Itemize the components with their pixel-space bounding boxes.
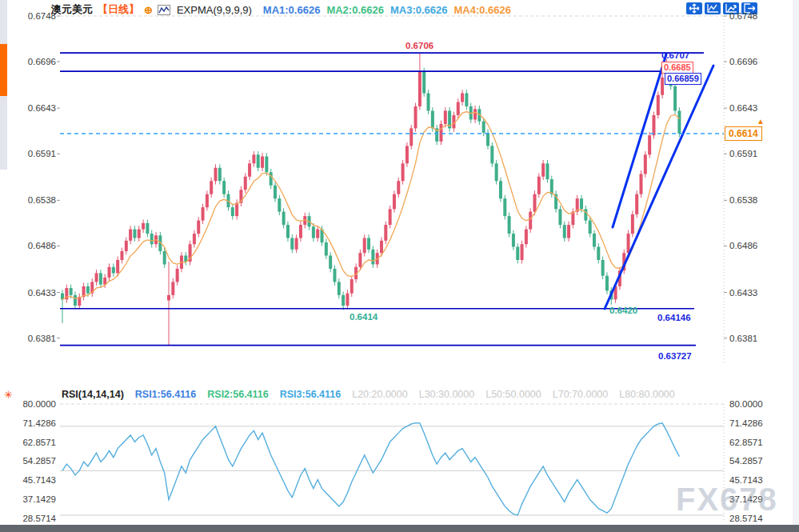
price-annotation: 0.66859 [665,73,701,85]
rsi-tick-label: 62.8571 [729,438,763,448]
price-tick-label: 0.6433 [729,288,757,298]
price-tick-label: 0.6433 [14,288,56,298]
rsi-level-label: L80:80.0000 [619,389,675,400]
rsi-tick-label: 54.2857 [729,456,763,466]
price-tick-label: 0.6696 [729,57,757,67]
price-tick-label: 0.6748 [729,11,757,22]
sun-indicator-icon[interactable]: ✳ [4,389,13,401]
label-overlay: 0.67480.67480.66960.66960.66430.66430.65… [0,0,799,532]
price-annotation: 0.64146 [657,313,691,323]
price-annotation: 0.6706 [405,41,433,51]
rsi-tick-label: 45.7143 [14,475,56,486]
price-tick-label: 0.6643 [729,103,757,114]
price-tick-label: 0.6538 [14,195,56,206]
price-annotation: 0.63727 [658,351,692,362]
price-up-arrow-icon: ▲ [757,117,765,126]
price-tick-label: 0.6538 [729,195,757,206]
rsi-title: RSI(14,14,14) [62,389,124,400]
price-annotation: 0.6685 [661,62,693,74]
price-annotation: 0.6707 [661,50,689,61]
rsi-header: RSI(14,14,14) RSI1:56.4116RSI2:56.4116RS… [62,389,675,400]
rsi-value: RSI2:56.4116 [207,389,268,400]
rsi-tick-label: 80.0000 [729,399,763,410]
rsi-level-label: L50:50.0000 [485,389,541,400]
price-tick-label: 0.6696 [14,57,56,67]
rsi-value: RSI3:56.4116 [280,389,341,400]
price-tick-label: 0.6381 [14,334,56,344]
rsi-tick-label: 71.4286 [729,418,763,429]
rsi-level-values: L20:20.0000L30:30.0000L50:50.0000L70:70.… [352,389,675,400]
rsi-series-values: RSI1:56.4116RSI2:56.4116RSI3:56.4116 [135,389,341,400]
price-tick-label: 0.6643 [14,103,56,114]
trading-chart-window: 澳元美元 【日线】 ⊕ EXPMA(9,9,9,9) MA1:0.6626MA2… [0,0,799,532]
rsi-tick-label: 71.4286 [14,418,56,429]
price-tick-label: 0.6748 [14,11,56,22]
bottom-scrollbar[interactable] [0,525,799,532]
right-edge-strip [793,0,799,525]
rsi-tick-label: 54.2857 [14,456,56,466]
rsi-level-label: L30:30.0000 [419,389,475,400]
watermark: FX678 [676,482,778,518]
rsi-tick-label: 80.0000 [14,399,56,410]
price-tick-label: 0.6591 [729,149,757,159]
price-tick-label: 0.6486 [729,241,757,251]
rsi-tick-label: 28.5714 [14,514,56,524]
price-annotation: 0.6414 [350,312,378,322]
price-tick-label: 0.6381 [729,334,757,344]
rsi-level-label: L20:20.0000 [352,389,408,400]
rsi-level-label: L70:70.0000 [553,389,609,400]
rsi-tick-label: 62.8571 [14,438,56,448]
current-price-tag: 0.6614 [725,126,762,141]
price-tick-label: 0.6486 [14,241,56,251]
rsi-value: RSI1:56.4116 [135,389,196,400]
price-tick-label: 0.6591 [14,149,56,159]
rsi-tick-label: 37.1429 [14,494,56,505]
price-annotation: 0.6420 [609,306,637,316]
